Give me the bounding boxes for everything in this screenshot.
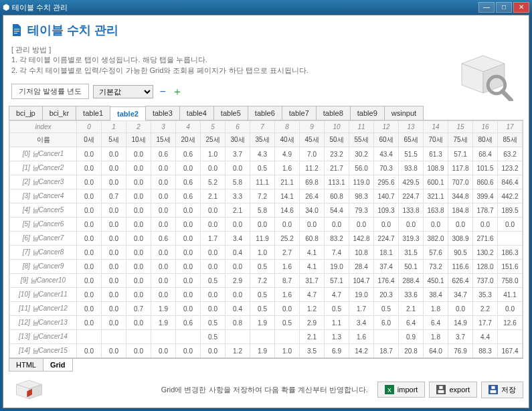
grid-cell[interactable]: 0.0 [126, 175, 151, 189]
grid-cell[interactable] [250, 330, 275, 344]
tab-table1[interactable]: table1 [76, 106, 110, 120]
grid-cell[interactable]: 0.0 [77, 302, 102, 316]
grid-cell[interactable]: 57.1 [325, 274, 349, 288]
grid-cell[interactable]: 0.0 [102, 302, 126, 316]
grid-cell[interactable]: 12.6 [498, 316, 523, 330]
grid-cell[interactable]: 0.9 [399, 330, 424, 344]
grid-cell[interactable]: 0.0 [151, 203, 176, 218]
grid-cell[interactable]: 20.3 [374, 288, 399, 302]
grid-cell[interactable]: 0.0 [176, 260, 201, 274]
grid-cell[interactable]: 25.2 [275, 232, 300, 246]
grid-cell[interactable]: 0.0 [102, 274, 126, 288]
tab-table6[interactable]: table6 [248, 106, 282, 120]
grid-cell[interactable]: 151.6 [498, 260, 523, 274]
grid-cell[interactable]: 19.0 [349, 288, 374, 302]
grid-cell[interactable]: 0.6 [176, 316, 201, 330]
grid-cell[interactable]: 0.5 [250, 260, 275, 274]
grid-cell[interactable]: 73.2 [424, 260, 448, 274]
grid-cell[interactable]: 20.8 [399, 344, 424, 357]
grid-cell[interactable]: 43.4 [374, 147, 399, 161]
grid-cell[interactable]: 0.0 [102, 175, 126, 189]
grid-cell[interactable]: 1.2 [300, 302, 325, 316]
tab-wsinput[interactable]: wsinput [384, 106, 424, 120]
grid-cell[interactable]: 108.9 [424, 161, 448, 175]
grid-cell[interactable]: 0.0 [102, 316, 126, 330]
grid-cell[interactable]: 0.0 [325, 218, 349, 232]
grid-cell[interactable]: 0.0 [201, 288, 226, 302]
grid-cell[interactable]: 57.1 [448, 147, 473, 161]
grid-cell[interactable]: 0.0 [473, 218, 498, 232]
grid-cell[interactable]: 56.0 [349, 161, 374, 175]
grid-cell[interactable]: 0.0 [151, 344, 176, 357]
grid-cell[interactable]: 308.9 [448, 232, 473, 246]
grid-cell[interactable] [126, 330, 151, 344]
grid-cell[interactable]: 35.3 [473, 288, 498, 302]
grid-cell[interactable]: 109.3 [374, 203, 399, 218]
grid-cell[interactable]: 0.0 [374, 218, 399, 232]
grid-cell[interactable]: 0.0 [151, 161, 176, 175]
grid-cell[interactable]: 130.2 [473, 246, 498, 260]
grid-cell[interactable]: 21.7 [325, 161, 349, 175]
grid-cell[interactable]: 68.4 [473, 147, 498, 161]
grid-cell[interactable]: 0.0 [126, 260, 151, 274]
grid-cell[interactable]: 0.0 [77, 147, 102, 161]
grid-cell[interactable]: 0.0 [126, 189, 151, 203]
grid-cell[interactable]: 11.9 [250, 232, 275, 246]
grid-cell[interactable]: 4.1 [300, 260, 325, 274]
grid-cell[interactable]: 5.8 [250, 203, 275, 218]
grid-cell[interactable]: 0.4 [226, 302, 250, 316]
add-param-button[interactable]: ＋ [172, 86, 183, 97]
grid-cell[interactable]: 846.4 [498, 175, 523, 189]
grid-cell[interactable]: 0.0 [151, 189, 176, 203]
grid-cell[interactable]: 3.5 [300, 344, 325, 357]
grid-cell[interactable]: 33.6 [399, 288, 424, 302]
tab-bci_kr[interactable]: bci_kr [42, 106, 76, 120]
grid-cell[interactable]: 0.0 [102, 203, 126, 218]
grid-cell[interactable]: 0.0 [275, 302, 300, 316]
grid-cell[interactable]: 600.1 [424, 175, 448, 189]
grid-cell[interactable]: 0.0 [300, 218, 325, 232]
grid-cell[interactable]: 30.2 [349, 147, 374, 161]
grid-cell[interactable]: 2.2 [473, 302, 498, 316]
grid-cell[interactable]: 450.1 [424, 274, 448, 288]
grid-cell[interactable]: 70.3 [374, 161, 399, 175]
grid-cell[interactable]: 0.0 [126, 218, 151, 232]
grid-cell[interactable]: 1.1 [325, 316, 349, 330]
grid-cell[interactable]: 0.0 [176, 302, 201, 316]
grid-cell[interactable]: 64.0 [424, 344, 448, 357]
grid-cell[interactable]: 2.9 [226, 274, 250, 288]
tab-table7[interactable]: table7 [282, 106, 317, 120]
grid-cell[interactable]: 2.7 [275, 246, 300, 260]
grid-cell[interactable]: 0.0 [126, 161, 151, 175]
grid-cell[interactable]: 0.0 [77, 161, 102, 175]
grid-cell[interactable]: 0.0 [126, 147, 151, 161]
grid-cell[interactable]: 1.0 [250, 246, 275, 260]
grid-cell[interactable]: 0.8 [226, 316, 250, 330]
grid-cell[interactable]: 0.6 [176, 189, 201, 203]
grid-cell[interactable] [374, 330, 399, 344]
grid-cell[interactable]: 11.1 [250, 175, 275, 189]
grid-cell[interactable]: 321.1 [424, 189, 448, 203]
grid-cell[interactable]: 50.1 [399, 260, 424, 274]
grid-cell[interactable]: 0.0 [77, 218, 102, 232]
sub-tab-grid[interactable]: Grid [43, 359, 73, 372]
grid-cell[interactable]: 23.2 [325, 147, 349, 161]
grid-cell[interactable]: 83.2 [325, 232, 349, 246]
grid-cell[interactable]: 104.7 [349, 274, 374, 288]
grid-cell[interactable]: 0.0 [176, 232, 201, 246]
grid-cell[interactable]: 3.3 [226, 189, 250, 203]
tab-table5[interactable]: table5 [213, 106, 248, 120]
grid-cell[interactable]: 60.8 [300, 232, 325, 246]
export-button[interactable]: export [429, 382, 477, 398]
grid-cell[interactable]: 0.0 [176, 203, 201, 218]
grid-cell[interactable]: 3.4 [349, 316, 374, 330]
grid-cell[interactable]: 163.8 [424, 203, 448, 218]
remove-param-button[interactable]: − [157, 86, 168, 97]
grid-cell[interactable]: 113.1 [325, 175, 349, 189]
grid-cell[interactable]: 4.7 [325, 288, 349, 302]
grid-cell[interactable]: 41.1 [498, 288, 523, 302]
grid-cell[interactable]: 0.0 [201, 203, 226, 218]
grid-cell[interactable]: 0.0 [102, 161, 126, 175]
grid-cell[interactable]: 1.9 [151, 316, 176, 330]
grid-cell[interactable]: 295.6 [374, 175, 399, 189]
